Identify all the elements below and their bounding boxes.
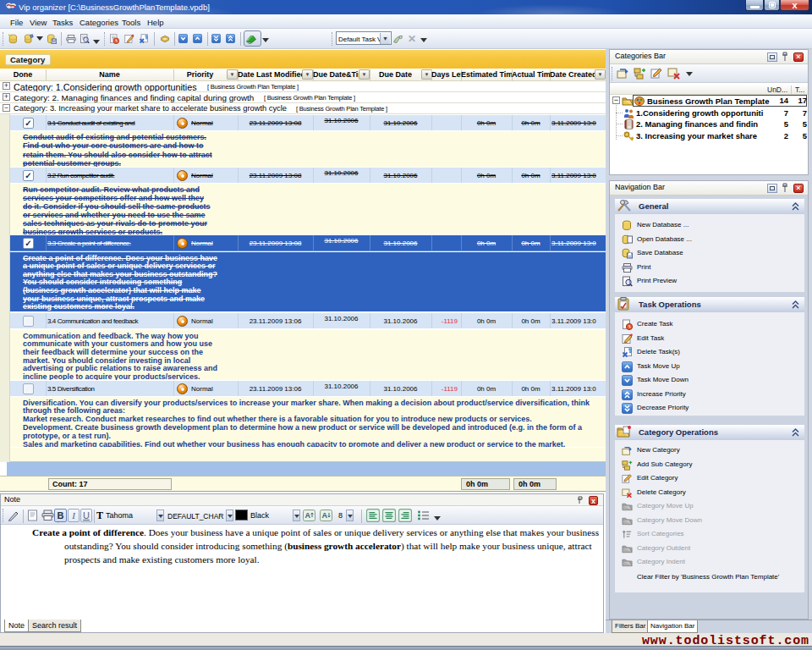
svg-text:A: A <box>322 511 328 520</box>
svg-text:A: A <box>305 511 311 520</box>
